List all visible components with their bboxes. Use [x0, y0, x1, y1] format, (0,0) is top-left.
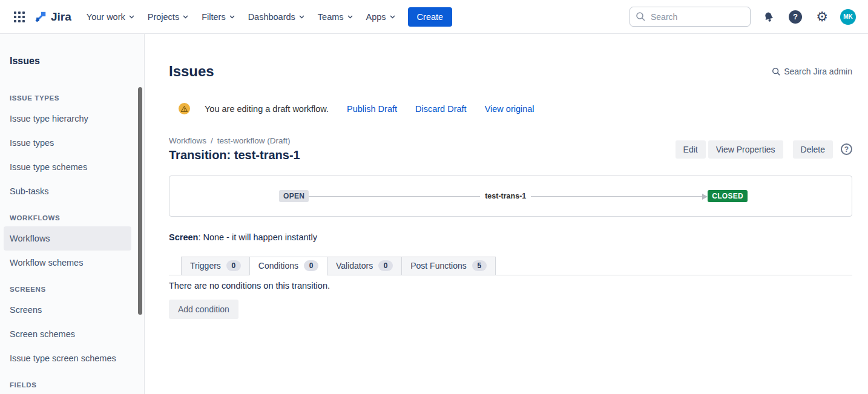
top-navigation: Jira Your work Projects Filters Dashboar…	[0, 0, 868, 34]
transition-header: Workflows/test-workflow (Draft) Transiti…	[169, 136, 852, 162]
bell-icon	[761, 9, 777, 24]
sidebar-item-label: Sub-tasks	[10, 186, 48, 196]
help-icon[interactable]: ?	[787, 8, 804, 25]
page-title: Issues	[169, 63, 214, 80]
grid-icon	[14, 11, 25, 22]
sidebar-item-label: Issue type hierarchy	[10, 114, 88, 123]
tab-label: Triggers	[190, 261, 221, 271]
tab-label: Post Functions	[410, 261, 467, 271]
sidebar-scrollbar[interactable]	[138, 87, 142, 315]
add-condition-button[interactable]: Add condition	[169, 300, 238, 319]
nav-your-work[interactable]: Your work	[80, 7, 141, 27]
page-shell: Issues ISSUE TYPES Issue type hierarchy …	[0, 34, 868, 394]
tab-conditions[interactable]: Conditions 0	[249, 257, 327, 275]
sidebar-item-workflows[interactable]: Workflows	[4, 226, 131, 251]
chevron-down-icon	[390, 15, 395, 19]
screen-value: : None - it will happen instantly	[198, 232, 317, 242]
edit-button[interactable]: Edit	[676, 140, 706, 159]
settings-gear-icon[interactable]: ⚙	[814, 8, 830, 25]
main-content: Issues Search Jira admin You are editing…	[145, 34, 868, 394]
nav-teams-label: Teams	[318, 12, 344, 22]
notifications-bell-icon[interactable]	[760, 8, 777, 25]
sidebar-item-sub-tasks[interactable]: Sub-tasks	[0, 179, 144, 203]
sidebar-item-issue-type-schemes[interactable]: Issue type schemes	[0, 155, 144, 179]
nav-filters[interactable]: Filters	[195, 7, 241, 27]
chevron-down-icon	[347, 15, 353, 19]
topnav-left: Jira Your work Projects Filters Dashboar…	[10, 7, 452, 27]
draft-message: You are editing a draft workflow.	[205, 104, 329, 114]
transition-name-label: test-trans-1	[485, 192, 526, 200]
nav-apps[interactable]: Apps	[360, 7, 402, 27]
sidebar-item-label: Issue types	[10, 138, 54, 148]
nav-dashboards[interactable]: Dashboards	[242, 7, 311, 27]
tab-count-badge: 0	[304, 260, 318, 271]
draft-workflow-banner: You are editing a draft workflow. Publis…	[169, 103, 852, 114]
sidebar-item-workflow-schemes[interactable]: Workflow schemes	[0, 251, 144, 275]
sidebar-item-issue-type-hierarchy[interactable]: Issue type hierarchy	[0, 107, 144, 131]
title-row: Issues Search Jira admin	[169, 63, 852, 80]
diagram-line-left	[309, 196, 480, 197]
discard-draft-link[interactable]: Discard Draft	[415, 104, 467, 114]
view-original-link[interactable]: View original	[485, 104, 534, 114]
search-input[interactable]	[630, 7, 751, 27]
search-icon	[636, 11, 645, 21]
topnav-right: ? ⚙ MK	[630, 7, 856, 27]
sidebar-item-label: Screens	[10, 305, 42, 315]
chevron-down-icon	[183, 15, 188, 19]
warning-triangle-icon	[180, 105, 188, 113]
transition-title: Transition: test-trans-1	[169, 148, 300, 162]
jira-logo-icon	[34, 10, 47, 24]
tab-count-badge: 0	[226, 260, 241, 271]
sidebar-item-screen-schemes[interactable]: Screen schemes	[0, 322, 144, 346]
transition-toolbar: Edit View Properties Delete ?	[676, 140, 852, 159]
breadcrumb-workflows-link[interactable]: Workflows	[169, 136, 206, 145]
no-conditions-message: There are no conditions on this transiti…	[169, 281, 852, 291]
nav-dashboards-label: Dashboards	[248, 12, 295, 22]
nav-apps-label: Apps	[366, 12, 386, 22]
view-properties-button[interactable]: View Properties	[708, 140, 783, 159]
sidebar-section-workflows: WORKFLOWS	[10, 214, 144, 222]
status-open-lozenge: OPEN	[279, 190, 309, 202]
tab-count-badge: 5	[472, 260, 487, 271]
create-button[interactable]: Create	[408, 7, 453, 27]
sidebar-item-label: Issue type schemes	[10, 162, 87, 172]
global-search	[630, 7, 751, 27]
screen-label: Screen	[169, 232, 198, 242]
sidebar-item-issue-type-screen-schemes[interactable]: Issue type screen schemes	[0, 346, 144, 370]
tab-post-functions[interactable]: Post Functions 5	[401, 257, 496, 275]
tab-label: Conditions	[258, 261, 298, 271]
sidebar-section-screens: SCREENS	[10, 286, 144, 293]
sidebar-item-issue-types[interactable]: Issue types	[0, 131, 144, 155]
chevron-down-icon	[129, 15, 134, 19]
diagram-line-right-arrow	[531, 196, 702, 197]
user-avatar[interactable]: MK	[840, 9, 856, 25]
tab-label: Validators	[336, 261, 373, 271]
search-jira-admin[interactable]: Search Jira admin	[772, 67, 852, 76]
transition-header-left: Workflows/test-workflow (Draft) Transiti…	[169, 136, 300, 162]
nav-teams[interactable]: Teams	[311, 7, 360, 27]
search-icon	[772, 67, 780, 76]
help-circle-icon[interactable]: ?	[841, 143, 852, 155]
tab-validators[interactable]: Validators 0	[327, 257, 402, 275]
sidebar-item-label: Workflows	[10, 234, 50, 243]
status-closed-lozenge: CLOSED	[708, 190, 748, 202]
publish-draft-link[interactable]: Publish Draft	[347, 104, 397, 114]
nav-your-work-label: Your work	[87, 12, 125, 22]
chevron-down-icon	[229, 15, 235, 19]
chevron-down-icon	[299, 15, 304, 19]
breadcrumb: Workflows/test-workflow (Draft)	[169, 136, 300, 145]
warning-icon	[179, 103, 190, 114]
gear-glyph: ⚙	[816, 10, 828, 24]
jira-logo-text: Jira	[51, 10, 71, 24]
app-switcher-grid-icon[interactable]	[10, 7, 29, 27]
sidebar-item-label: Workflow schemes	[10, 258, 83, 268]
transition-tabs: Triggers 0 Conditions 0 Validators 0 Pos…	[169, 257, 852, 275]
nav-projects[interactable]: Projects	[141, 7, 195, 27]
delete-button[interactable]: Delete	[793, 140, 833, 159]
sidebar-item-label: Issue type screen schemes	[10, 353, 116, 363]
jira-logo[interactable]: Jira	[34, 10, 71, 24]
nav-projects-label: Projects	[148, 12, 179, 22]
sidebar-item-screens[interactable]: Screens	[0, 298, 144, 322]
tab-count-badge: 0	[378, 260, 393, 271]
tab-triggers[interactable]: Triggers 0	[181, 257, 250, 275]
